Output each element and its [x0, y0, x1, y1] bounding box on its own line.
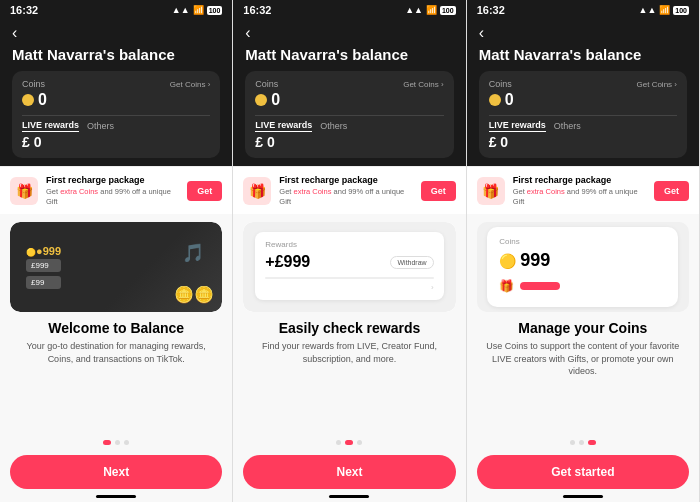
section-desc-3: Use Coins to support the content of your…: [477, 340, 689, 378]
bottom-section-2: Rewards +£999 Withdraw › Easily check re…: [233, 214, 465, 502]
status-time-2: 16:32: [243, 4, 271, 16]
section-title-2: Easily check rewards: [279, 320, 421, 336]
get-button-1[interactable]: Get: [187, 181, 222, 201]
section-desc-1: Your go-to destination for managing rewa…: [10, 340, 222, 365]
recharge-banner-1: 🎁 First recharge package Get extra Coins…: [0, 166, 232, 214]
battery-icon-2: 100: [440, 6, 456, 15]
dot-1-3: [124, 440, 129, 445]
pound-tag2-1: £99: [26, 276, 61, 289]
signal-icon-2: ▲▲: [405, 5, 423, 15]
coins-label-1: Coins: [22, 79, 45, 89]
others-tab-1[interactable]: Others: [87, 121, 114, 131]
dot-1-active: [103, 440, 111, 445]
coin-value-2: 0: [271, 91, 280, 109]
recharge-banner-2: 🎁 First recharge package Get extra Coins…: [233, 166, 465, 214]
next-button-1[interactable]: Next: [10, 455, 222, 489]
live-rewards-tab-1[interactable]: LIVE rewards: [22, 120, 79, 132]
divider-3: [489, 115, 677, 116]
get-button-3[interactable]: Get: [654, 181, 689, 201]
gift-row: 🎁: [499, 279, 666, 293]
coins-display-1: ●999 £999 £99: [26, 245, 61, 289]
back-button-1[interactable]: ‹: [12, 24, 17, 42]
get-started-button[interactable]: Get started: [477, 455, 689, 489]
dots-2: [336, 440, 362, 445]
live-rewards-tab-2[interactable]: LIVE rewards: [255, 120, 312, 132]
chevron-row: ›: [265, 283, 433, 292]
top-section-3: ‹ Matt Navarra's balance Coins Get Coins…: [467, 18, 699, 166]
rewards-illus: Rewards +£999 Withdraw ›: [243, 222, 455, 312]
recharge-sub-1: Get extra Coins and 99% off a unique Gif…: [46, 187, 179, 207]
coin-icon-illus: 🟡: [499, 253, 516, 269]
dots-3: [570, 440, 596, 445]
tiktok-icon-1: 🎵: [182, 242, 204, 264]
section-title-1: Welcome to Balance: [48, 320, 184, 336]
status-bar-3: 16:32 ▲▲ 📶 100: [467, 0, 699, 18]
live-rewards-tab-3[interactable]: LIVE rewards: [489, 120, 546, 132]
bottom-section-3: Coins 🟡 999 🎁 Manage your Coins Use Coin…: [467, 214, 699, 502]
status-time-1: 16:32: [10, 4, 38, 16]
status-icons-1: ▲▲ 📶 100: [172, 5, 223, 15]
coin-icon-2: [255, 94, 267, 106]
dot-1-2: [115, 440, 120, 445]
rewards-card-label: Rewards: [265, 240, 433, 249]
coins-card-value: 999: [520, 250, 550, 271]
status-time-3: 16:32: [477, 4, 505, 16]
status-icons-2: ▲▲ 📶 100: [405, 5, 456, 15]
section-desc-2: Find your rewards from LIVE, Creator Fun…: [243, 340, 455, 365]
illustration-1: ●999 £999 £99 🎵 🪙🪙: [10, 222, 222, 312]
status-bar-1: 16:32 ▲▲ 📶 100: [0, 0, 232, 18]
dot-3-1: [570, 440, 575, 445]
recharge-text-3: First recharge package Get extra Coins a…: [513, 175, 646, 206]
recharge-banner-3: 🎁 First recharge package Get extra Coins…: [467, 166, 699, 214]
gift-icon-3: 🎁: [477, 177, 505, 205]
others-tab-3[interactable]: Others: [554, 121, 581, 131]
page-title-2: Matt Navarra's balance: [245, 46, 453, 63]
battery-icon-1: 100: [207, 6, 223, 15]
divider-1: [22, 115, 210, 116]
status-icons-3: ▲▲ 📶 100: [638, 5, 689, 15]
others-tab-2[interactable]: Others: [320, 121, 347, 131]
coin-icon-1: [22, 94, 34, 106]
get-button-2[interactable]: Get: [421, 181, 456, 201]
coin-value-3: 0: [505, 91, 514, 109]
wifi-icon-3: 📶: [659, 5, 670, 15]
rewards-card-row: +£999 Withdraw: [265, 253, 433, 271]
dot-2-3: [357, 440, 362, 445]
divider-2: [255, 115, 443, 116]
section-title-3: Manage your Coins: [518, 320, 647, 336]
gift-icon-2: 🎁: [243, 177, 271, 205]
get-coins-link-3[interactable]: Get Coins ›: [637, 80, 677, 89]
recharge-text-2: First recharge package Get extra Coins a…: [279, 175, 412, 206]
home-bar-3: [563, 495, 603, 498]
get-coins-link-2[interactable]: Get Coins ›: [403, 80, 443, 89]
rewards-amount-2: £ 0: [255, 134, 443, 150]
dot-2-active: [345, 440, 353, 445]
illustration-2: Rewards +£999 Withdraw ›: [243, 222, 455, 312]
phone-panel-1: 16:32 ▲▲ 📶 100 ‹ Matt Navarra's balance …: [0, 0, 233, 502]
back-button-2[interactable]: ‹: [245, 24, 250, 42]
wifi-icon-2: 📶: [426, 5, 437, 15]
coin-value-1: 0: [38, 91, 47, 109]
recharge-text-1: First recharge package Get extra Coins a…: [46, 175, 179, 206]
withdraw-btn[interactable]: Withdraw: [390, 256, 433, 269]
phone-panel-2: 16:32 ▲▲ 📶 100 ‹ Matt Navarra's balance …: [233, 0, 466, 502]
recharge-sub-3: Get extra Coins and 99% off a unique Gif…: [513, 187, 646, 207]
balance-card-3: Coins Get Coins › 0 LIVE rewards Others …: [479, 71, 687, 158]
get-coins-link-1[interactable]: Get Coins ›: [170, 80, 210, 89]
coins-card-row: 🟡 999: [499, 250, 666, 271]
next-button-2[interactable]: Next: [243, 455, 455, 489]
coins-num-1: ●999: [26, 245, 61, 257]
home-bar-1: [96, 495, 136, 498]
phone-panel-3: 16:32 ▲▲ 📶 100 ‹ Matt Navarra's balance …: [467, 0, 700, 502]
rewards-amount-1: £ 0: [22, 134, 210, 150]
dot-3-2: [579, 440, 584, 445]
coins-label-3: Coins: [489, 79, 512, 89]
coin-decoration-1: 🪙🪙: [174, 285, 214, 304]
recharge-title-3: First recharge package: [513, 175, 646, 186]
top-section-2: ‹ Matt Navarra's balance Coins Get Coins…: [233, 18, 465, 166]
bottom-section-1: ●999 £999 £99 🎵 🪙🪙 Welcome to Balance Yo…: [0, 214, 232, 502]
coins-illus-card: Coins 🟡 999 🎁: [487, 227, 678, 307]
back-button-3[interactable]: ‹: [479, 24, 484, 42]
balance-card-2: Coins Get Coins › 0 LIVE rewards Others …: [245, 71, 453, 158]
rewards-bar: [265, 277, 433, 279]
